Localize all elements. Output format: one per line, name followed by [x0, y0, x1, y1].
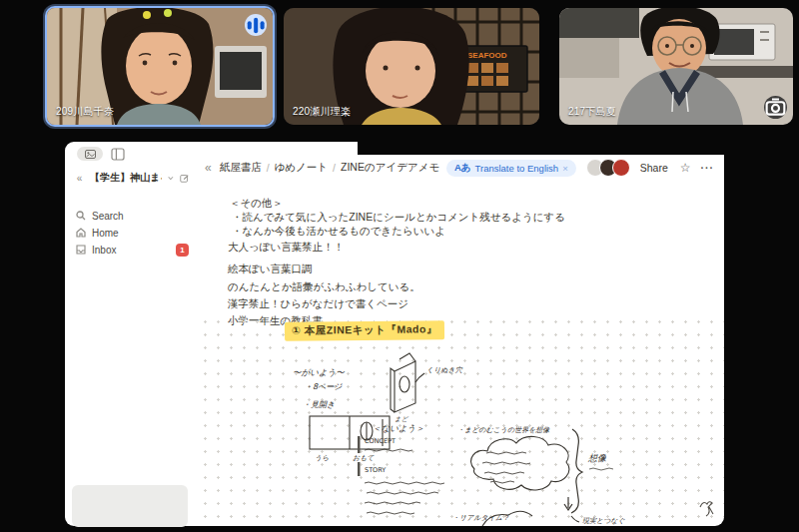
breadcrumb-item[interactable]: ゆめノート [275, 161, 328, 175]
collaborator-avatars[interactable] [586, 159, 630, 177]
sidebar-item-label: Inbox [92, 245, 116, 256]
svg-text:・見開き: ・見開き [303, 400, 335, 409]
handwritten-notes-image: ① 本屋ZINEキット『Mado』 〜がいよう〜 ・8ページ ・見開き うら お… [195, 311, 724, 526]
new-tab-icon[interactable] [111, 147, 125, 165]
translate-banner[interactable]: Aあ Translate to English × [446, 160, 576, 177]
breadcrumb-separator: / [267, 162, 270, 174]
topbar: « 紙屋書店 / ゆめノート / ZINEのアイデアメモ Aあ Translat… [195, 155, 724, 181]
shared-app-window: « 【学生】神山まる... Search Home [65, 142, 724, 526]
svg-text:現実とつなぐ: 現実とつなぐ [582, 517, 625, 525]
doc-line: ＜その他＞ [230, 197, 283, 211]
sidebar-item-label: Search [92, 211, 124, 222]
nav-back-icon[interactable]: « [205, 161, 212, 175]
story-handwriting-lines [365, 482, 444, 514]
inbox-unread-badge: 1 [176, 244, 189, 257]
doc-line: ・なんか今後も活かせるものできたらいいよ [232, 225, 445, 239]
brace-sketch [571, 429, 582, 513]
folded-card-sketch [391, 353, 424, 412]
svg-text:SEAFOOD: SEAFOOD [467, 51, 507, 60]
down-arrow-sketch [564, 497, 572, 510]
avatar [612, 159, 630, 177]
hair-clip [164, 9, 172, 17]
svg-text:〜がいよう〜: 〜がいよう〜 [293, 367, 345, 377]
translate-close-icon[interactable]: × [562, 163, 568, 174]
search-icon [75, 211, 86, 221]
sidebar-item-search[interactable]: Search [75, 208, 189, 224]
hair-clip [143, 11, 151, 19]
doc-line: 漢字禁止！ひらがなだけで書くページ [228, 297, 408, 311]
sidebar-item-inbox[interactable]: Inbox 1 [75, 242, 189, 258]
star-icon[interactable]: ☆ [680, 161, 691, 175]
translate-label: Translate to English [475, 163, 559, 174]
translate-icon: Aあ [454, 162, 471, 175]
svg-text:おもて: おもて [353, 454, 375, 462]
camera-toggle-icon[interactable] [764, 96, 787, 119]
window-top-notch [358, 142, 724, 155]
video-tile-participant-3[interactable]: 217下島夏 [559, 8, 793, 125]
sidebar-card[interactable] [72, 485, 188, 527]
active-tab[interactable] [77, 147, 103, 161]
chevron-down-icon [168, 176, 174, 181]
breadcrumb-separator: / [333, 162, 336, 174]
sidebar: « 【学生】神山まる... Search Home [65, 164, 195, 526]
svg-text:・8ページ: ・8ページ [305, 382, 343, 391]
seafood-poster: SEAFOOD [461, 46, 527, 92]
doc-line: 大人っぽい言葉禁止！！ [228, 241, 344, 255]
screen: 209川島千奈 SEAFOOD [0, 0, 799, 532]
sidebar-collapse-icon[interactable]: « [75, 173, 84, 184]
video-tile-participant-1[interactable]: 209川島千奈 [45, 6, 275, 127]
doc-line: 絵本ぽい言葉口調 [228, 263, 313, 276]
compose-icon[interactable] [180, 173, 189, 184]
corner-doodle [700, 502, 713, 516]
svg-text:くりぬき穴: くりぬき穴 [426, 366, 463, 374]
breadcrumb-item-current[interactable]: ZINEのアイデアメモ [341, 161, 439, 175]
workspace-switcher[interactable]: « 【学生】神山まる... [75, 170, 189, 186]
home-icon [75, 228, 86, 238]
participant-name: 220瀬川理楽 [293, 105, 351, 119]
breadcrumb-item[interactable]: 紙屋書店 [220, 161, 262, 175]
svg-text:うら: うら [315, 454, 329, 462]
doc-line: ・読んでみて気に入ったZINEにシールとかコメント残せるようにする [232, 211, 565, 225]
audio-speaking-icon[interactable] [245, 14, 267, 36]
participant-name: 217下島夏 [568, 105, 616, 119]
share-button[interactable]: Share [640, 162, 668, 174]
svg-text:まど: まど [395, 415, 409, 423]
inbox-icon [75, 245, 86, 255]
svg-text:・リアルタイム？: ・リアルタイム？ [452, 514, 509, 522]
video-tile-participant-2[interactable]: SEAFOOD 220瀬川理楽 [284, 8, 539, 125]
thought-cloud-sketch [471, 436, 569, 490]
svg-text:＜ないよう＞: ＜ないよう＞ [373, 423, 424, 433]
sketch-canvas: 〜がいよう〜 ・8ページ ・見開き うら おもて [195, 311, 724, 526]
sidebar-item-label: Home [92, 228, 119, 239]
svg-text:・まどのむこうの世界を想像: ・まどのむこうの世界を想像 [457, 426, 549, 434]
svg-text:STORY: STORY [365, 466, 386, 474]
sidebar-item-home[interactable]: Home [75, 225, 189, 241]
more-options-icon[interactable]: ··· [701, 162, 715, 174]
workspace-name: 【学生】神山まる... [90, 171, 162, 185]
svg-text:想像: 想像 [587, 453, 606, 463]
participant-name: 209川島千奈 [56, 105, 114, 119]
svg-text:CONCEPT: CONCEPT [365, 437, 396, 445]
doc-line: のんたんとか語彙がふわふわしている。 [228, 280, 420, 294]
